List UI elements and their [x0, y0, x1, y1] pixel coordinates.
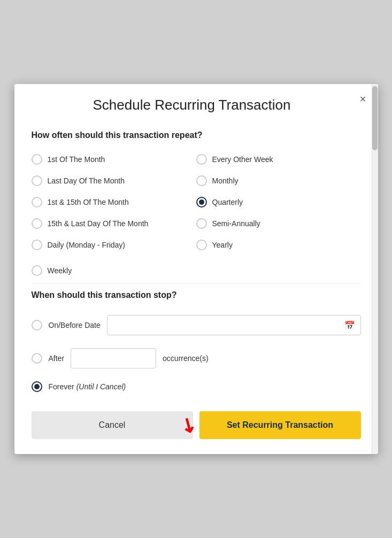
radio-every-other-week[interactable]: [196, 154, 207, 165]
set-recurring-transaction-button[interactable]: Set Recurring Transaction: [199, 411, 361, 439]
option-monthly[interactable]: Monthly: [196, 170, 361, 191]
stop-after-row: After occurrence(s): [32, 342, 361, 375]
modal-wrapper: Schedule Recurring Transaction × How oft…: [0, 0, 392, 538]
forever-italic-text: (Until I Cancel): [76, 382, 126, 391]
option-semi-annually[interactable]: Semi-Annually: [196, 213, 361, 234]
label-quarterly: Quarterly: [212, 198, 243, 206]
modal-footer: Cancel ↘ Set Recurring Transaction: [14, 398, 378, 454]
option-1st-of-month[interactable]: 1st Of The Month: [32, 149, 196, 170]
label-1st-15th: 1st & 15th Of The Month: [48, 198, 129, 206]
modal-body: How often should this transaction repeat…: [14, 122, 378, 398]
label-on-before-date: On/Before Date: [49, 321, 101, 329]
radio-15th-last-day[interactable]: [32, 218, 42, 229]
occurrences-label: occurrence(s): [163, 354, 209, 363]
radio-quarterly[interactable]: [196, 197, 207, 207]
stop-section-label: When should this transaction stop?: [32, 290, 361, 300]
stop-on-before-date-row: On/Before Date 📅: [32, 309, 361, 342]
forever-text: Forever: [49, 382, 76, 391]
label-every-other-week: Every Other Week: [212, 155, 273, 164]
modal-header: Schedule Recurring Transaction ×: [14, 84, 378, 122]
radio-1st-of-month[interactable]: [32, 154, 42, 165]
option-1st-15th[interactable]: 1st & 15th Of The Month: [32, 191, 196, 213]
label-after: After: [49, 354, 65, 363]
label-15th-last-day: 15th & Last Day Of The Month: [48, 219, 149, 228]
radio-semi-annually[interactable]: [196, 218, 207, 229]
radio-last-day-of-month[interactable]: [32, 175, 42, 186]
option-last-day-of-month[interactable]: Last Day Of The Month: [32, 170, 196, 191]
repeat-options-grid: 1st Of The Month Every Other Week Last D…: [32, 149, 361, 256]
radio-after[interactable]: [32, 353, 42, 364]
option-weekly[interactable]: Weekly: [32, 260, 361, 281]
label-1st-of-month: 1st Of The Month: [48, 155, 105, 164]
label-yearly: Yearly: [212, 241, 233, 249]
option-every-other-week[interactable]: Every Other Week: [196, 149, 361, 170]
radio-on-before-date[interactable]: [32, 320, 42, 331]
option-daily[interactable]: Daily (Monday - Friday): [32, 234, 196, 256]
radio-monthly[interactable]: [196, 175, 207, 186]
modal: Schedule Recurring Transaction × How oft…: [14, 84, 378, 454]
modal-title: Schedule Recurring Transaction: [32, 97, 352, 113]
calendar-icon: 📅: [344, 320, 355, 331]
label-weekly: Weekly: [48, 266, 72, 275]
radio-yearly[interactable]: [196, 240, 207, 250]
radio-daily[interactable]: [32, 240, 42, 250]
repeat-section-label: How often should this transaction repeat…: [32, 130, 361, 140]
label-daily: Daily (Monday - Friday): [48, 241, 125, 249]
section-divider: [32, 283, 361, 284]
radio-forever[interactable]: [32, 381, 42, 392]
radio-weekly[interactable]: [32, 265, 42, 276]
close-button[interactable]: ×: [355, 90, 372, 107]
option-15th-last-day[interactable]: 15th & Last Day Of The Month: [32, 213, 196, 234]
cancel-button[interactable]: Cancel: [32, 411, 193, 439]
label-monthly: Monthly: [212, 176, 239, 185]
label-last-day-of-month: Last Day Of The Month: [48, 176, 125, 185]
stop-section: When should this transaction stop? On/Be…: [32, 290, 361, 398]
label-semi-annually: Semi-Annually: [212, 219, 260, 228]
label-forever: Forever (Until I Cancel): [49, 382, 126, 391]
option-yearly[interactable]: Yearly: [196, 234, 361, 256]
date-input-field[interactable]: 📅: [107, 315, 361, 335]
occurrences-input[interactable]: [71, 348, 156, 368]
option-quarterly[interactable]: Quarterly: [196, 191, 361, 213]
radio-1st-15th[interactable]: [32, 197, 42, 207]
stop-forever-row[interactable]: Forever (Until I Cancel): [32, 375, 361, 398]
